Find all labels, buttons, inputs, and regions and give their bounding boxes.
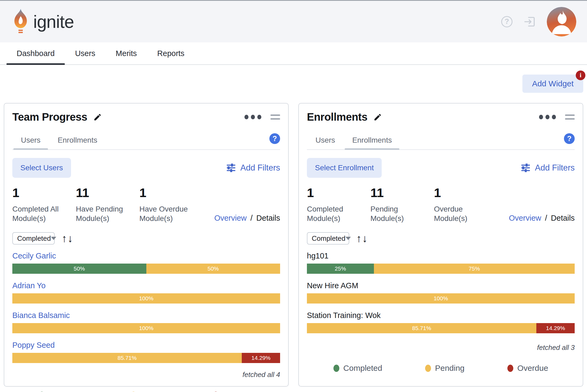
bar-row: Station Training: Wok85.71%14.29% (307, 311, 575, 333)
bar-row: New Hire AGM100% (307, 281, 575, 304)
bar-row-label: New Hire AGM (307, 281, 575, 290)
add-filters-link[interactable]: Add Filters (521, 163, 575, 173)
nav-tab-dashboard[interactable]: Dashboard (6, 42, 65, 64)
overview-link[interactable]: Overview (509, 214, 541, 223)
bar-segment-value: 100% (139, 325, 154, 331)
stat-value: 1 (12, 185, 76, 200)
nav-tab-reports[interactable]: Reports (147, 42, 195, 64)
bar-row-label: hg101 (307, 252, 575, 260)
bar-row-label[interactable]: Cecily Garlic (12, 252, 280, 260)
widget-help-icon[interactable]: ? (269, 133, 280, 144)
widget-team-progress: Team Progress Users Enrollments ? Select… (4, 103, 289, 387)
legend: CompletedPendingOverdue (307, 364, 575, 373)
add-filters-label: Add Filters (535, 163, 575, 173)
progress-bar: 85.71%14.29% (307, 323, 575, 333)
app-header: ignite ? (0, 1, 587, 42)
add-filters-link[interactable]: Add Filters (226, 163, 280, 173)
bar-row-label[interactable]: Adrian Yo (12, 281, 280, 290)
stat-label: Pending Module(s) (370, 204, 428, 223)
brand-name: ignite (33, 12, 74, 32)
widget-tab-users[interactable]: Users (12, 131, 49, 149)
details-link[interactable]: Details (256, 214, 280, 223)
stat-label: Have Overdue Module(s) (139, 204, 197, 223)
legend-item-completed: Completed (39, 391, 88, 392)
widget-enrollments: Enrollments Users Enrollments ? Select E… (298, 103, 583, 387)
status-dropdown[interactable]: Completed (307, 232, 349, 245)
filter-sliders-icon (226, 163, 236, 173)
sort-descending-icon[interactable]: ↓ (68, 233, 73, 244)
stat-value: 1 (434, 185, 497, 200)
flame-logo-icon (11, 9, 31, 35)
progress-bar: 100% (307, 293, 575, 304)
bar-segment-overdue: 14.29% (242, 353, 280, 363)
widget-tab-users[interactable]: Users (307, 131, 344, 149)
stat-label: Have Pending Module(s) (76, 204, 133, 223)
stat-value: 11 (370, 185, 434, 200)
edit-title-icon[interactable] (373, 113, 382, 121)
bar-segment-pending: 85.71% (307, 323, 536, 333)
widget-menu-icon[interactable] (244, 115, 261, 119)
stat-value: 11 (76, 185, 139, 200)
status-dropdown-value: Completed (312, 234, 345, 243)
view-links-separator: / (545, 214, 547, 223)
progress-bar-list: hg10125%75%New Hire AGM100%Station Train… (307, 252, 575, 341)
brand-logo[interactable]: ignite (11, 9, 74, 35)
bar-row-label[interactable]: Poppy Seed (12, 341, 280, 350)
progress-bar-list: Cecily Garlic50%50%Adrian Yo100%Bianca B… (12, 252, 280, 371)
sort-descending-icon[interactable]: ↓ (362, 233, 367, 244)
nav-tab-merits[interactable]: Merits (106, 42, 147, 64)
drag-handle-icon[interactable] (270, 114, 280, 120)
widget-tab-enrollments[interactable]: Enrollments (49, 131, 106, 149)
legend-label: Overdue (223, 391, 254, 392)
bar-segment-value: 50% (207, 265, 219, 272)
bar-segment-value: 100% (434, 295, 448, 302)
add-widget-button[interactable]: Add Widget i (522, 75, 583, 93)
select-users-button[interactable]: Select Users (12, 158, 71, 178)
stat-overdue: 1 Have Overdue Module(s) (139, 185, 203, 223)
view-links-separator: / (250, 214, 252, 223)
stat-value: 1 (307, 185, 370, 200)
legend-item-overdue: Overdue (213, 391, 254, 392)
bar-segment-overdue: 14.29% (536, 323, 575, 333)
widget-help-icon[interactable]: ? (564, 133, 575, 144)
widget-menu-icon[interactable] (539, 115, 556, 119)
legend-label: Pending (140, 391, 170, 392)
bar-row: Bianca Balsamic100% (12, 311, 280, 333)
legend-label: Completed (49, 391, 88, 392)
nav-tab-users[interactable]: Users (65, 42, 106, 64)
bar-row-label[interactable]: Bianca Balsamic (12, 311, 280, 320)
help-icon[interactable]: ? (501, 16, 512, 27)
widget-tab-enrollments[interactable]: Enrollments (344, 131, 400, 149)
bar-segment-pending: 50% (146, 264, 280, 274)
overdue-dot-icon (507, 365, 513, 372)
pending-dot-icon (425, 365, 431, 372)
bar-row: Cecily Garlic50%50% (12, 252, 280, 274)
drag-handle-icon[interactable] (565, 114, 575, 120)
sort-ascending-icon[interactable]: ↑ (356, 233, 362, 244)
bar-segment-pending: 100% (12, 323, 280, 333)
filter-sliders-icon (521, 163, 531, 173)
bar-segment-pending: 100% (307, 293, 575, 304)
bar-segment-value: 85.71% (412, 325, 431, 331)
edit-title-icon[interactable] (93, 113, 102, 121)
bar-segment-pending: 100% (12, 293, 280, 304)
bar-segment-value: 25% (335, 265, 346, 272)
bar-segment-pending: 75% (374, 264, 575, 274)
completed-dot-icon (333, 365, 339, 372)
progress-bar: 85.71%14.29% (12, 353, 280, 363)
sort-ascending-icon[interactable]: ↑ (62, 233, 67, 244)
status-dropdown[interactable]: Completed (12, 232, 55, 245)
user-avatar[interactable] (547, 7, 576, 36)
details-link[interactable]: Details (551, 214, 575, 223)
bar-row: Adrian Yo100% (12, 281, 280, 304)
select-enrollment-button[interactable]: Select Enrollment (307, 158, 382, 178)
info-badge-icon[interactable]: i (576, 71, 585, 80)
progress-bar: 50%50% (12, 264, 280, 274)
add-filters-label: Add Filters (240, 163, 280, 173)
stat-completed: 1 Completed Module(s) (307, 185, 370, 223)
legend-item-overdue: Overdue (507, 364, 548, 373)
sign-out-icon[interactable] (523, 15, 536, 28)
stat-value: 1 (139, 185, 203, 200)
fetched-status-text: fetched all 3 (307, 343, 575, 352)
overview-link[interactable]: Overview (214, 214, 247, 223)
